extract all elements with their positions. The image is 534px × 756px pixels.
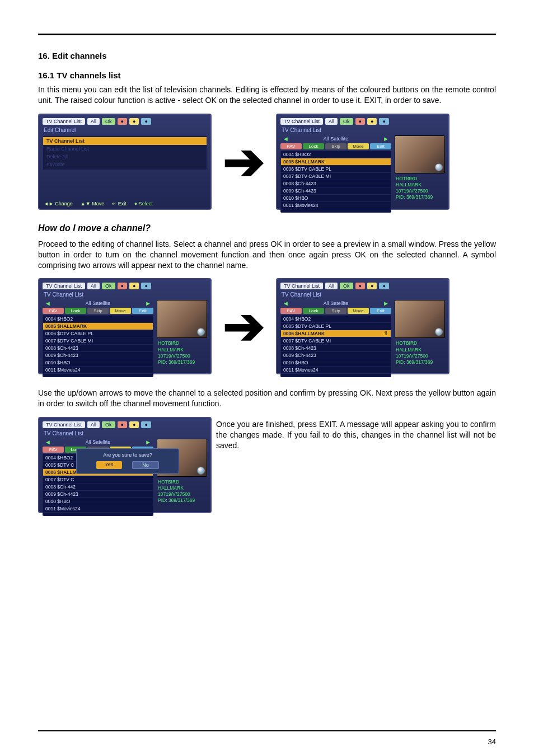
menu-item[interactable]: Delete All bbox=[43, 153, 207, 161]
channel-row[interactable]: 0010 $HBO bbox=[43, 359, 153, 367]
osd-title-bar: TV Channel List All Ok ● ● ● bbox=[43, 283, 207, 289]
satellite-bar: ◄ All Satellite ► bbox=[43, 439, 153, 445]
dialog-yes-button[interactable]: Yes bbox=[96, 461, 122, 469]
osd-title-bar: TV Channel List All Ok ● ● ● bbox=[280, 118, 445, 125]
chip-all: All bbox=[325, 118, 338, 125]
channel-row[interactable]: 0009 $Ch-4423 bbox=[43, 491, 153, 498]
channel-row[interactable]: 0009 $Ch-4423 bbox=[281, 352, 391, 359]
channel-label: 0004 $HBO2 bbox=[45, 316, 73, 322]
paragraph-intro: In this menu you can edit the list of te… bbox=[38, 84, 496, 106]
channel-label: 0004 $HBO2 bbox=[45, 455, 73, 461]
channel-label: 0008 $Ch-4423 bbox=[283, 345, 316, 351]
info-freq: 10719/V/27500 bbox=[396, 353, 444, 359]
panel-caption: TV Channel List bbox=[44, 430, 207, 436]
channel-row[interactable]: 0011 $Movies24 bbox=[43, 367, 153, 374]
channel-row[interactable]: 0011 $Movies24 bbox=[281, 202, 391, 209]
chip-yellow: ● bbox=[129, 118, 139, 125]
osd-title-bar: TV Channel List All Ok ● ● ● bbox=[43, 421, 207, 428]
channel-label: 0008 $Ch-4423 bbox=[283, 181, 316, 186]
arrow-icon: ➔ bbox=[223, 137, 265, 187]
info-name: HALLMARK bbox=[396, 347, 444, 353]
chip-yellow: ● bbox=[129, 283, 139, 289]
function-tags: FAV Lock Skip Move Edit bbox=[43, 308, 153, 314]
channel-row[interactable]: 0005 $DTV CABLE PL bbox=[281, 323, 391, 330]
channel-list: 0004 $HBO20005 $HALLMARK0006 $DTV CABLE … bbox=[43, 315, 153, 377]
channel-row[interactable]: 0009 $Ch-4423 bbox=[281, 187, 391, 195]
channel-row[interactable]: 0011 $Movies24 bbox=[281, 367, 391, 374]
channel-label: 0004 $HBO2 bbox=[283, 316, 311, 322]
panel-caption: TV Channel List bbox=[282, 127, 445, 133]
osd-title-bar: TV Channel List All Ok ● ● ● bbox=[43, 118, 207, 125]
channel-row[interactable]: 0008 $Ch-442 bbox=[43, 483, 153, 491]
info-sat: HOTBIRD bbox=[158, 340, 206, 346]
channel-row[interactable]: 0007 $DTV CABLE MI bbox=[281, 337, 391, 345]
channel-label: 0005 $DTV CABLE PL bbox=[283, 323, 331, 329]
channel-row[interactable]: 0008 $Ch-4423 bbox=[281, 345, 391, 352]
top-rule bbox=[38, 34, 496, 35]
tag-lock: Lock bbox=[303, 308, 324, 314]
channel-label: 0011 $Movies24 bbox=[283, 203, 318, 208]
channel-row[interactable]: 0010 $HBO bbox=[281, 359, 391, 367]
chip-all: All bbox=[87, 421, 100, 428]
figure-row-3: TV Channel List All Ok ● ● ● TV Channel … bbox=[38, 417, 496, 513]
channel-label: 0008 $Ch-442 bbox=[45, 484, 76, 490]
info-sat: HOTBIRD bbox=[396, 176, 444, 182]
chip-ok: Ok bbox=[102, 283, 115, 289]
info-name: HALLMARK bbox=[158, 485, 206, 491]
info-sat: HOTBIRD bbox=[158, 479, 206, 485]
channel-label: 0009 $Ch-4423 bbox=[283, 188, 316, 194]
heading-16: 16. Edit channels bbox=[38, 51, 496, 60]
channel-row[interactable]: 0007 $DTV CABLE MI bbox=[281, 173, 391, 180]
channel-row[interactable]: 0006 $DTV CABLE PL bbox=[43, 330, 153, 337]
tag-lock: Lock bbox=[65, 308, 86, 314]
osd-channel-list-a: TV Channel List All Ok ● ● ● TV Channel … bbox=[276, 114, 449, 210]
channel-row[interactable]: 0004 $HBO2 bbox=[43, 316, 153, 323]
channel-label: 0011 $Movies24 bbox=[283, 367, 318, 373]
chip-blue: ● bbox=[379, 283, 388, 289]
channel-info: HOTBIRD HALLMARK 10719/V/27500 PID: 369/… bbox=[157, 339, 207, 377]
channel-label: 0004 $HBO2 bbox=[283, 152, 311, 157]
channel-row[interactable]: 0004 $HBO2 bbox=[281, 151, 391, 158]
satellite-bar: ◄ All Satellite ► bbox=[280, 135, 391, 142]
arrow-icon: ➔ bbox=[223, 301, 265, 351]
dialog-no-button[interactable]: No bbox=[132, 461, 159, 469]
right-triangle-icon: ► bbox=[145, 300, 151, 307]
channel-info: HOTBIRD HALLMARK 10719/V/27500 PID: 369/… bbox=[395, 175, 445, 213]
chip-red: ● bbox=[118, 118, 127, 125]
tag-fav: FAV bbox=[43, 308, 64, 314]
channel-row[interactable]: 0007 $DTV C bbox=[43, 476, 153, 483]
channel-row[interactable]: 0007 $DTV CABLE MI bbox=[43, 337, 153, 345]
channel-row[interactable]: 0005 $HALLMARK bbox=[43, 323, 153, 330]
channel-row[interactable]: 0006 $DTV CABLE PL bbox=[281, 166, 391, 173]
info-name: HALLMARK bbox=[158, 347, 206, 353]
channel-label: 0006 $DTV CABLE PL bbox=[45, 331, 93, 336]
chip-yellow: ● bbox=[367, 118, 377, 125]
chip-yellow: ● bbox=[367, 283, 377, 289]
menu-item[interactable]: Radio Channel List bbox=[43, 145, 207, 153]
channel-row[interactable]: 0010 $HBO bbox=[43, 498, 153, 505]
channel-row[interactable]: 0004 $HBO2 bbox=[281, 316, 391, 323]
channel-list: 0004 $HBO20005 $DTV CABLE PL0006 $HALLMA… bbox=[280, 315, 391, 377]
osd-footer-hints: ◄► Change ▲▼ Move ↵ Exit ● Select bbox=[44, 201, 206, 206]
info-name: HALLMARK bbox=[396, 182, 444, 188]
tag-move: Move bbox=[348, 143, 369, 149]
info-pid: PID: 369/317/369 bbox=[158, 359, 206, 365]
channel-row[interactable]: 0006 $HALLMARK⇅ bbox=[281, 330, 391, 337]
menu-item[interactable]: TV Channel List bbox=[43, 137, 207, 145]
channel-row[interactable]: 0011 $Movies24 bbox=[43, 505, 153, 513]
channel-row[interactable]: 0008 $Ch-4423 bbox=[281, 180, 391, 187]
satellite-name: All Satellite bbox=[86, 439, 111, 445]
channel-info: HOTBIRD HALLMARK 10719/V/27500 PID: 369/… bbox=[395, 339, 445, 377]
channel-row[interactable]: 0008 $Ch-4423 bbox=[43, 345, 153, 352]
channel-row[interactable]: 0010 $HBO bbox=[281, 195, 391, 202]
info-freq: 10719/V/27500 bbox=[396, 188, 444, 194]
video-preview bbox=[157, 300, 207, 338]
chip-ok: Ok bbox=[340, 118, 353, 125]
figure-row-1: TV Channel List All Ok ● ● ● Edit Channe… bbox=[38, 114, 496, 210]
menu-item[interactable]: Favorite bbox=[43, 161, 207, 168]
channel-row[interactable]: 0009 $Ch-4423 bbox=[43, 352, 153, 359]
channel-row[interactable]: 0005 $HALLMARK bbox=[281, 158, 391, 166]
figure-row-2: TV Channel List All Ok ● ● ● TV Channel … bbox=[38, 278, 496, 374]
function-tags: FAV Lock Skip Move Edit bbox=[280, 143, 391, 149]
osd-channel-list-b: TV Channel List All Ok ● ● ● TV Channel … bbox=[38, 278, 212, 374]
